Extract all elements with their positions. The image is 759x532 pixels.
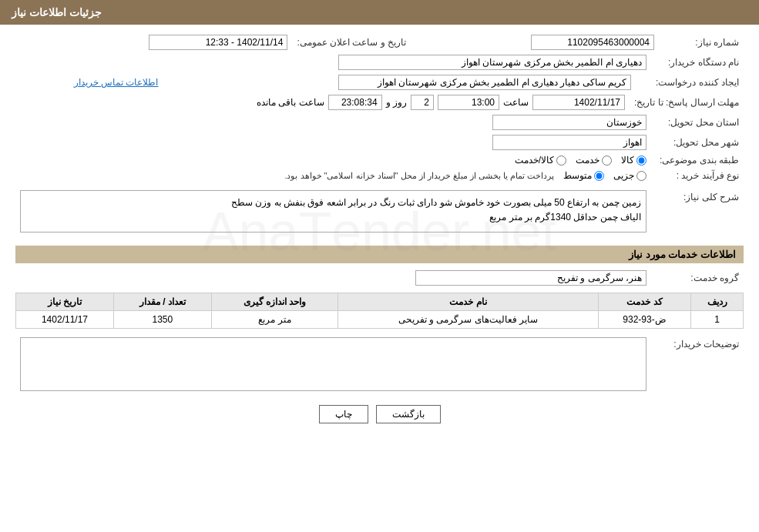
radio-jozi-input[interactable] <box>636 171 646 181</box>
dastgah-table: نام دستگاه خریدار: دهیاری ام الطمیر بخش … <box>15 52 744 72</box>
tarikh-input: 1402/11/14 - 12:33 <box>149 35 287 50</box>
tabaqe-options: کالا خدمت کالا/خدمت <box>15 152 651 168</box>
cell-radif: 1 <box>691 311 744 329</box>
cell-tedad_megdar: 1350 <box>113 311 211 329</box>
radio-kala-input[interactable] <box>636 156 646 166</box>
mohlat-table: مهلت ارسال پاسخ: تا تاریخ: 1402/11/17 سا… <box>15 92 744 112</box>
radio-kala-label: کالا <box>621 155 634 166</box>
shomara-niaz-value: 1102095463000004 <box>411 32 659 52</box>
radio-khedmat[interactable]: خدمت <box>576 155 612 166</box>
ostan-input: خوزستان <box>492 115 646 130</box>
page-header: جزئیات اطلاعات نیاز <box>0 0 759 25</box>
radio-khedmat-label: خدمت <box>576 155 599 166</box>
nam-dastgah-value: دهیاری ام الطمیر بخش مرکزی شهرستان اهواز <box>15 52 651 72</box>
mohlat-saat-input: 13:00 <box>438 95 499 110</box>
tosihaat-textarea[interactable] <box>20 337 646 391</box>
mohlat-saat-label: ساعت <box>503 97 529 108</box>
nooe-farayand-label: نوع فرآیند خرید : <box>651 168 744 183</box>
ijad-table: ایجاد کننده درخواست: کریم ساکی دهیار دهی… <box>15 72 744 92</box>
tosihaat-value <box>15 335 651 396</box>
nam-dastgah-label: نام دستگاه خریدار: <box>651 52 744 72</box>
nam-dastgah-input: دهیاری ام الطمیر بخش مرکزی شهرستان اهواز <box>338 55 646 70</box>
tarikh-value: 1402/11/14 - 12:33 <box>15 32 292 52</box>
gorooh-value: هنر، سرگرمی و تفریح <box>15 268 651 288</box>
nooe-farayand-table: نوع فرآیند خرید : جزیی متوسط پرداخت تمام… <box>15 168 744 183</box>
radio-motavaset[interactable]: متوسط <box>563 170 604 181</box>
mohlat-remaining-label: ساعت باقی مانده <box>257 97 324 108</box>
tabaqe-label: طبقه بندی موضوعی: <box>651 152 744 168</box>
radio-motavaset-label: متوسط <box>563 170 592 181</box>
top-info-table: شماره نیاز: 1102095463000004 تاریخ و ساع… <box>15 32 744 52</box>
mohlat-rooz-input: 2 <box>411 95 434 110</box>
mohlat-row: 1402/11/17 ساعت 13:00 2 روز و 23:08:34 س… <box>15 92 630 112</box>
col-vahed: واحد اندازه گیری <box>211 293 338 311</box>
cell-tarikh_niaz: 1402/11/17 <box>16 311 114 329</box>
sharh-line2: الیاف چمن حداقل 1340گرم بر متر مربع <box>25 210 641 225</box>
radio-kala[interactable]: کالا <box>621 155 646 166</box>
sharh-line1: زمین چمن به ارتفاع 50 میلی بصورت خود خام… <box>25 196 641 210</box>
back-button[interactable]: بازگشت <box>376 405 441 423</box>
sharh-table: شرح کلی نیاز: زمین چمن به ارتفاع 50 میلی… <box>15 188 744 239</box>
col-tarikh: تاریخ نیاز <box>16 293 114 311</box>
tabaqe-table: طبقه بندی موضوعی: کالا خدمت <box>15 152 744 168</box>
gorooh-label: گروه خدمت: <box>651 268 744 288</box>
sharh-label: شرح کلی نیاز: <box>651 188 744 239</box>
sharh-description: زمین چمن به ارتفاع 50 میلی بصورت خود خام… <box>20 190 646 233</box>
shomara-niaz-input: 1102095463000004 <box>531 35 654 50</box>
gorooh-table: گروه خدمت: هنر، سرگرمی و تفریح <box>15 268 744 288</box>
radio-jozi-label: جزیی <box>613 170 634 181</box>
nooe-farayand-note: پرداخت تمام یا بخشی از مبلغ خریدار از مح… <box>284 171 554 181</box>
content-area: AnaТender.net شماره نیاز: 11020954630000… <box>0 25 759 439</box>
mohlat-date-input: 1402/11/17 <box>532 95 625 110</box>
ijad-value: کریم ساکی دهیار دهیاری ام الطمیر بخش مرک… <box>166 72 636 92</box>
ijad-input: کریم ساکی دهیار دهیاری ام الطمیر بخش مرک… <box>338 75 631 90</box>
col-radif: ردیف <box>691 293 744 311</box>
shahr-table: شهر محل تحویل: اهواز <box>15 132 744 152</box>
print-button[interactable]: چاپ <box>319 405 368 423</box>
header-title: جزئیات اطلاعات نیاز <box>12 6 102 18</box>
tosihaat-table: توضیحات خریدار: <box>15 335 744 396</box>
radio-kala-khedmat-label: کالا/خدمت <box>515 155 554 166</box>
ostan-table: استان محل تحویل: خوزستان <box>15 112 744 132</box>
sharh-value: زمین چمن به ارتفاع 50 میلی بصورت خود خام… <box>15 188 651 239</box>
mohlat-remaining-input: 23:08:34 <box>328 95 382 110</box>
khadamat-section-title: اطلاعات خدمات مورد نیاز <box>15 246 744 263</box>
nooe-farayand-options: جزیی متوسط پرداخت تمام یا بخشی از مبلغ خ… <box>15 168 651 183</box>
cell-vahed_andaze: متر مربع <box>211 311 338 329</box>
ijad-label: ایجاد کننده درخواست: <box>636 72 744 92</box>
mohlat-label: مهلت ارسال پاسخ: تا تاریخ: <box>630 92 744 112</box>
ostan-value: خوزستان <box>15 112 651 132</box>
shahr-value: اهواز <box>15 132 651 152</box>
radio-khedmat-input[interactable] <box>602 156 612 166</box>
page-wrapper: جزئیات اطلاعات نیاز AnaТender.net شماره … <box>0 0 759 532</box>
button-bar: بازگشت چاپ <box>15 396 744 431</box>
gorooh-input: هنر، سرگرمی و تفریح <box>415 270 646 286</box>
tarikh-label: تاریخ و ساعت اعلان عمومی: <box>292 32 411 52</box>
ettelaat-tamas-link[interactable]: اطلاعات تماس خریدار <box>74 77 159 88</box>
cell-kod_khedmat: ض-93-932 <box>598 311 691 329</box>
radio-kala-khedmat-input[interactable] <box>556 156 566 166</box>
col-nam: نام خدمت <box>338 293 599 311</box>
mohlat-rooz-label: روز و <box>386 97 407 108</box>
ostan-label: استان محل تحویل: <box>651 112 744 132</box>
radio-jozi[interactable]: جزیی <box>613 170 646 181</box>
col-tedad: تعداد / مقدار <box>113 293 211 311</box>
radio-kala-khedmat[interactable]: کالا/خدمت <box>515 155 566 166</box>
shomara-niaz-label: شماره نیاز: <box>659 32 744 52</box>
cell-nam_khedmat: سایر فعالیت‌های سرگرمی و تفریحی <box>338 311 599 329</box>
tosihaat-label: توضیحات خریدار: <box>651 335 744 396</box>
table-row: 1ض-93-932سایر فعالیت‌های سرگرمی و تفریحی… <box>16 311 744 329</box>
radio-motavaset-input[interactable] <box>594 171 604 181</box>
col-kod: کد خدمت <box>598 293 691 311</box>
shahr-label: شهر محل تحویل: <box>651 132 744 152</box>
shahr-input: اهواز <box>492 135 646 150</box>
items-table: ردیف کد خدمت نام خدمت واحد اندازه گیری ت… <box>15 293 744 329</box>
